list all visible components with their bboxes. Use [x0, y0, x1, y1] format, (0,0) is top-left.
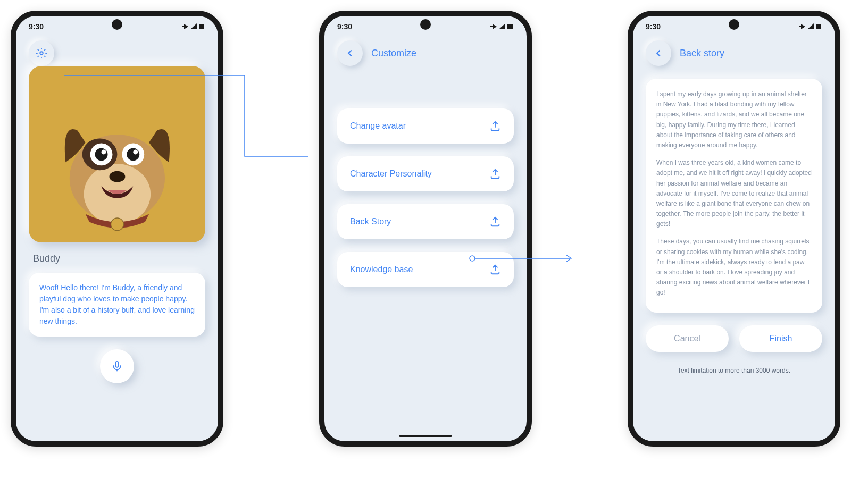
- chevron-left-icon: [344, 47, 356, 59]
- gear-icon: [36, 47, 47, 59]
- option-label: Change avatar: [350, 121, 406, 131]
- option-label: Back Story: [350, 217, 391, 226]
- status-time: 9:30: [646, 22, 661, 31]
- svg-point-12: [109, 171, 125, 182]
- upload-icon: [489, 120, 501, 132]
- message-text: Woof! Hello there! I'm Buddy, a friendly…: [39, 282, 195, 327]
- svg-point-10: [101, 149, 106, 154]
- mic-button[interactable]: [100, 349, 134, 383]
- svg-rect-16: [816, 24, 821, 29]
- upload-icon: [489, 216, 501, 228]
- mic-icon: [111, 360, 123, 372]
- svg-rect-1: [199, 24, 204, 29]
- avatar-card: [29, 66, 205, 242]
- option-back-story[interactable]: Back Story: [337, 204, 514, 239]
- settings-button[interactable]: [29, 40, 54, 66]
- message-bubble: Woof! Hello there! I'm Buddy, a friendly…: [29, 273, 205, 337]
- finish-button[interactable]: Finish: [739, 325, 822, 352]
- status-icons: [182, 23, 205, 30]
- svg-point-13: [111, 218, 123, 231]
- option-character-personality[interactable]: Character Personality: [337, 156, 514, 191]
- backstory-paragraph: I spent my early days growing up in an a…: [656, 89, 812, 150]
- backstory-text: I spent my early days growing up in an a…: [656, 89, 812, 298]
- status-time: 9:30: [337, 22, 352, 31]
- option-label: Knowledge base: [350, 265, 413, 274]
- svg-point-2: [40, 52, 43, 55]
- phone-notch: [112, 19, 122, 30]
- character-name: Buddy: [29, 253, 205, 264]
- status-icons: [490, 23, 514, 30]
- backstory-text-card[interactable]: I spent my early days growing up in an a…: [646, 79, 822, 313]
- page-title: Customize: [371, 48, 416, 59]
- phone-notch: [420, 19, 431, 30]
- cancel-button[interactable]: Cancel: [646, 325, 729, 352]
- status-icons: [799, 23, 822, 30]
- option-label: Character Personality: [350, 169, 432, 179]
- svg-rect-15: [507, 24, 513, 29]
- back-button[interactable]: [337, 40, 363, 66]
- svg-point-11: [133, 149, 138, 154]
- back-button[interactable]: [646, 40, 671, 66]
- footer-text: Text limitation to more than 3000 words.: [646, 367, 822, 374]
- chevron-left-icon: [653, 47, 664, 59]
- phone-customize-screen: 9:30 Customize Change avatar: [319, 11, 532, 447]
- backstory-paragraph: These days, you can usually find me chas…: [656, 237, 812, 298]
- dog-avatar-image: [38, 75, 197, 234]
- phone-main-screen: 9:30: [11, 11, 223, 447]
- page-title: Back story: [680, 48, 724, 59]
- upload-icon: [489, 264, 501, 275]
- option-knowledge-base[interactable]: Knowledge base: [337, 252, 514, 287]
- upload-icon: [489, 168, 501, 180]
- svg-rect-14: [115, 362, 119, 367]
- svg-point-9: [127, 148, 139, 161]
- phone-notch: [729, 19, 739, 30]
- status-time: 9:30: [29, 22, 44, 31]
- phone-backstory-screen: 9:30 Back story I spent my early days gr…: [628, 11, 840, 447]
- svg-point-8: [95, 148, 107, 161]
- home-indicator: [399, 435, 452, 437]
- option-change-avatar[interactable]: Change avatar: [337, 108, 514, 144]
- backstory-paragraph: When I was three years old, a kind women…: [656, 158, 812, 229]
